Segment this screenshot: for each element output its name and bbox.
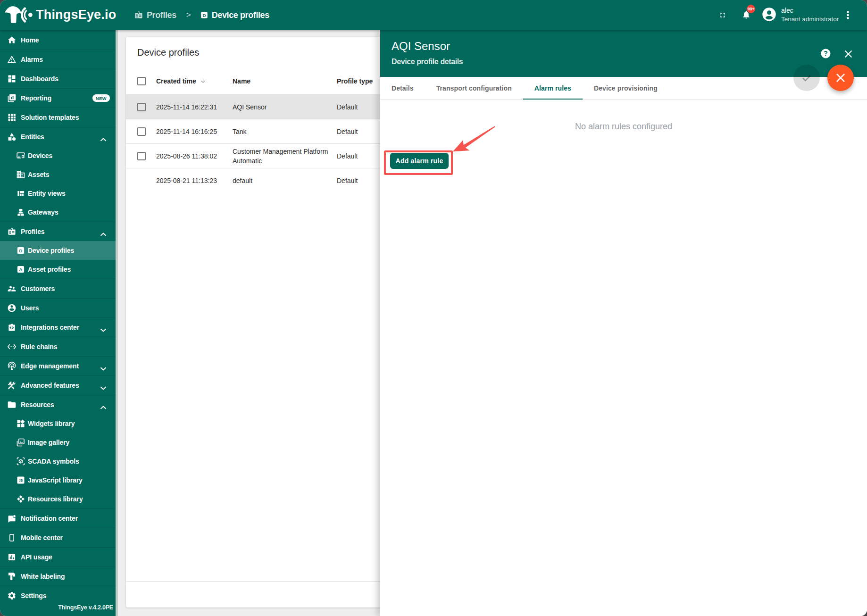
row-checkbox[interactable] xyxy=(137,127,146,136)
sidebar-item-devices[interactable]: Devices xyxy=(0,146,116,165)
avatar[interactable] xyxy=(762,8,776,23)
sidebar-item-alarms[interactable]: Alarms xyxy=(0,50,116,69)
column-header-created-time[interactable]: Created time xyxy=(156,77,233,85)
sidebar-item-label: Notification center xyxy=(21,515,78,522)
breadcrumb-profiles[interactable]: Profiles xyxy=(147,10,176,20)
home-icon xyxy=(7,35,17,45)
close-icon[interactable] xyxy=(844,50,852,58)
sidebar-item-home[interactable]: Home xyxy=(0,30,116,50)
sidebar-item-entities[interactable]: Entities xyxy=(0,127,116,146)
smartphone-icon xyxy=(7,533,17,542)
sidebar: Home Alarms Dashboards Reporting NEW Sol… xyxy=(0,30,116,616)
sidebar-item-edge-management[interactable]: Edge management xyxy=(0,356,116,375)
device-profiles-crumb-icon: D xyxy=(200,11,208,19)
settings-ethernet-icon xyxy=(7,342,17,351)
folder-icon xyxy=(7,400,17,409)
chevron-down-icon xyxy=(100,325,107,334)
annotation-rectangle xyxy=(384,150,453,175)
sidebar-item-advanced-features[interactable]: Advanced features xyxy=(0,375,116,395)
app-version: ThingsEye v.4.2.0PE xyxy=(58,604,113,611)
devices-icon xyxy=(16,151,25,160)
sidebar-item-label: Reporting xyxy=(21,94,51,102)
new-badge: NEW xyxy=(92,94,110,102)
grid-icon xyxy=(7,113,17,122)
logo-icon xyxy=(0,0,34,30)
sidebar-item-assets[interactable]: Assets xyxy=(0,165,116,184)
annotation-arrow xyxy=(449,122,498,155)
cell-name: default xyxy=(233,176,337,185)
badge-icon xyxy=(7,227,17,236)
cancel-fab[interactable] xyxy=(827,65,854,91)
sidebar-item-dashboards[interactable]: Dashboards xyxy=(0,69,116,88)
sidebar-item-mobile-center[interactable]: Mobile center xyxy=(0,528,116,547)
sidebar-item-resources[interactable]: Resources xyxy=(0,395,116,414)
sidebar-item-solution-templates[interactable]: Solution templates xyxy=(0,108,116,127)
view-in-ar-icon xyxy=(16,457,25,466)
chevron-up-icon xyxy=(100,135,107,143)
sidebar-item-customers[interactable]: Customers xyxy=(0,279,116,298)
reporting-icon xyxy=(7,93,17,103)
sidebar-item-integrations-center[interactable]: Integrations center xyxy=(0,317,116,337)
sidebar-item-label: Resources xyxy=(21,401,54,408)
tab-alarm-rules[interactable]: Alarm rules xyxy=(523,77,583,100)
sidebar-item-label: Solution templates xyxy=(21,114,79,121)
sidebar-item-settings[interactable]: Settings xyxy=(0,586,116,605)
sidebar-item-entity-views[interactable]: Entity views xyxy=(0,184,116,203)
device-profile-drawer: AQI Sensor Device profile details ? Deta… xyxy=(380,30,867,616)
sidebar-item-resources-library[interactable]: Resources library xyxy=(0,490,116,508)
row-checkbox[interactable] xyxy=(137,152,146,160)
checkbox-cell xyxy=(126,77,156,85)
domain-icon xyxy=(16,170,25,179)
sidebar-item-label: Widgets library xyxy=(28,420,75,427)
breadcrumb-device-profiles[interactable]: Device profiles xyxy=(212,10,269,20)
tab-device-provisioning[interactable]: Device provisioning xyxy=(583,77,669,100)
sort-desc-icon xyxy=(200,78,206,85)
cell-name: AQI Sensor xyxy=(233,102,337,112)
row-checkbox[interactable] xyxy=(137,103,146,111)
device-profile-badge-icon: D xyxy=(16,246,25,255)
svg-text:JS: JS xyxy=(19,479,23,483)
sidebar-item-label: Home xyxy=(21,36,39,44)
sidebar-item-javascript-library[interactable]: JS JavaScript library xyxy=(0,471,116,490)
fullscreen-icon[interactable] xyxy=(719,11,726,21)
apply-changes-fab[interactable] xyxy=(793,65,820,91)
sidebar-item-label: SCADA symbols xyxy=(28,458,79,465)
select-all-checkbox[interactable] xyxy=(137,77,146,85)
sidebar-item-device-profiles[interactable]: D Device profiles xyxy=(0,241,116,260)
help-icon[interactable]: ? xyxy=(821,49,831,58)
sidebar-item-api-usage[interactable]: API usage xyxy=(0,547,116,566)
lan-icon xyxy=(16,208,25,217)
sidebar-item-asset-profiles[interactable]: A Asset profiles xyxy=(0,260,116,279)
sidebar-item-profiles[interactable]: Profiles xyxy=(0,222,116,241)
sidebar-item-label: Resources library xyxy=(28,495,83,503)
sidebar-item-reporting[interactable]: Reporting NEW xyxy=(0,88,116,108)
svg-text:A: A xyxy=(19,267,23,272)
topbar: ThingsEye.io Profiles > D Device profile… xyxy=(0,0,867,30)
sidebar-item-widgets-library[interactable]: Widgets library xyxy=(0,414,116,433)
sidebar-item-image-gallery[interactable]: Image gallery xyxy=(0,433,116,452)
logo[interactable]: ThingsEye.io xyxy=(0,0,123,30)
tab-transport-configuration[interactable]: Transport configuration xyxy=(425,77,523,100)
sidebar-item-label: Advanced features xyxy=(21,382,79,389)
sidebar-scrollbar[interactable] xyxy=(116,30,118,616)
kebab-menu-icon[interactable] xyxy=(847,11,849,21)
sidebar-item-notification-center[interactable]: Notification center xyxy=(0,508,116,528)
js-icon: JS xyxy=(16,475,25,485)
sidebar-item-white-labeling[interactable]: White labeling xyxy=(0,566,116,586)
sidebar-item-gateways[interactable]: Gateways xyxy=(0,203,116,222)
breadcrumb-separator: > xyxy=(186,10,191,20)
sidebar-item-label: JavaScript library xyxy=(28,476,83,484)
column-header-name[interactable]: Name xyxy=(233,76,337,86)
cell-created-time: 2025-11-14 16:22:31 xyxy=(156,103,233,111)
sidebar-item-label: Device profiles xyxy=(28,247,74,254)
sidebar-item-scada-symbols[interactable]: SCADA symbols xyxy=(0,452,116,471)
sidebar-item-rule-chains[interactable]: Rule chains xyxy=(0,337,116,356)
sidebar-item-label: Profiles xyxy=(21,228,45,235)
tab-details[interactable]: Details xyxy=(380,77,425,100)
sidebar-item-label: Settings xyxy=(21,592,46,599)
sidebar-item-label: White labeling xyxy=(21,573,65,580)
wifi-tethering-icon xyxy=(7,361,17,371)
chevron-up-icon xyxy=(100,403,107,411)
sidebar-item-users[interactable]: Users xyxy=(0,298,116,317)
sidebar-item-label: Entities xyxy=(21,133,44,141)
